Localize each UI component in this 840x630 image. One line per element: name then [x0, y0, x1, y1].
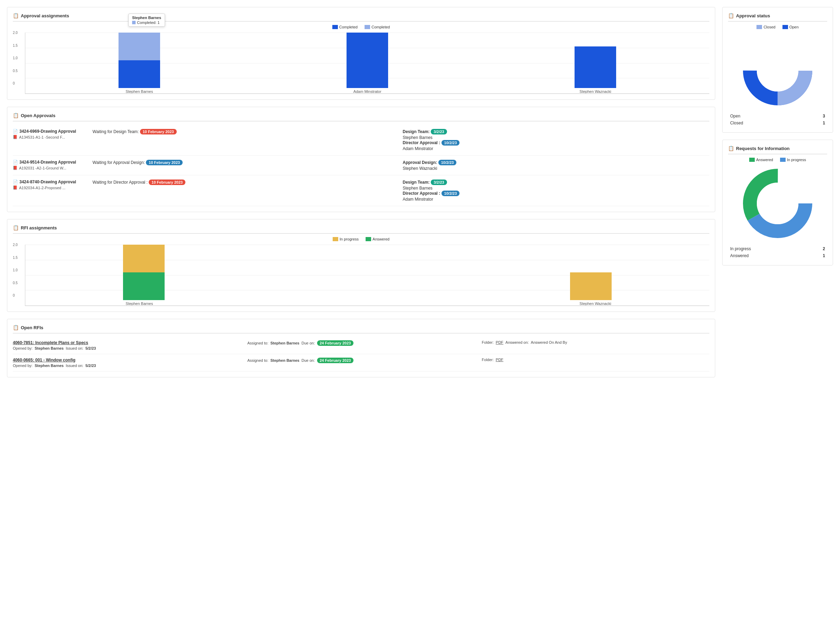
rfi-legend-inprogress: In progress	[333, 237, 358, 241]
approval-status-icon: 📋	[728, 13, 734, 18]
approval-middle-1: Waiting for Design Team: 10 February 202…	[93, 129, 399, 134]
status-legend-open: Open	[783, 25, 799, 29]
approval-title-1: 📄 3424-6969-Drawing Approval	[13, 129, 89, 134]
approval-item-1: 📄 3424-6969-Drawing Approval 📕 A134531-A…	[13, 125, 709, 156]
rfi-legend-color-inprogress	[333, 237, 338, 241]
rfi-legend-label-answered2: Answered	[756, 158, 773, 162]
rfi-status-title: Requests for Information	[736, 146, 790, 151]
approval-item-3: 📄 3424-8740-Drawing Approval 📕 A192034-A…	[13, 175, 709, 206]
rfi-status-legend: Answered In progress	[728, 158, 827, 162]
y-label-05: 0.5	[13, 69, 18, 73]
doc-icon-3: 📄	[13, 180, 18, 184]
rfi-meta-1: Opened by: Stephen Barnes Issued on: 5/2…	[13, 346, 240, 351]
rfi-title-1[interactable]: 4060-7851: Incomplete Plans or Specs	[13, 340, 240, 345]
approval-status-legend: Closed Open	[728, 25, 827, 29]
rfi-stat-row-answered: Answered 1	[729, 253, 826, 259]
approval-status-header: 📋 Approval status	[728, 13, 827, 22]
rfi-opened-by-1: Stephen Barnes	[35, 346, 64, 351]
bar-waznacki-dark	[575, 46, 616, 88]
rfi-legend-color-answered	[366, 237, 371, 241]
approval-assignments-title: Approval assignments	[21, 13, 69, 18]
y-label-20: 2.0	[13, 31, 18, 35]
rfi-status-donut	[728, 165, 827, 242]
rfi-status-legend-inprogress: In progress	[780, 158, 806, 162]
rfi-bars-area	[25, 245, 709, 300]
rfi-legend-label-inprogress2: In progress	[787, 158, 806, 162]
waiting-date-1: 10 February 2023	[140, 129, 177, 134]
rfi-folder-link-1[interactable]: PDF	[496, 340, 504, 344]
bar-adam-dark	[347, 33, 388, 88]
approval-title-2: 📄 3424-9514-Drawing Approval	[13, 160, 89, 164]
rfi-bar-stephen-answered	[123, 272, 164, 300]
approval-assignments-header: 📋 Approval assignments	[13, 13, 709, 22]
stat-label-open: Open	[729, 113, 802, 119]
rfi-assigned-2: Assigned to: Stephen Barnes Due on: 24 F…	[248, 358, 475, 363]
stat-label-closed: Closed	[729, 120, 802, 126]
waiting-date-3: 10 February 2023	[148, 180, 185, 185]
y-label-00: 0	[13, 81, 18, 85]
status-legend-closed: Closed	[756, 25, 775, 29]
approval-left-1: 📄 3424-6969-Drawing Approval 📕 A134531-A…	[13, 129, 89, 139]
rfi-legend-color-inprogress2	[780, 158, 786, 162]
rfi-status-stats: In progress 2 Answered 1	[728, 245, 827, 259]
rfi-x-label-waznacki: Stephen Waznacki	[482, 300, 709, 306]
rfi-folder-link-2[interactable]: PDF	[496, 358, 504, 362]
open-approvals-section: 📋 Open Approvals 📄 3424-6969-Drawing App…	[7, 107, 715, 212]
open-rfis-header: 📋 Open RFIs	[13, 325, 709, 333]
open-approvals-header: 📋 Open Approvals	[13, 113, 709, 121]
rfi-status-header: 📋 Requests for Information	[728, 145, 827, 154]
stat-value-open: 3	[803, 113, 827, 119]
approval-assignments-icon: 📋	[13, 13, 19, 18]
rfi-item-1: 4060-7851: Incomplete Plans or Specs Ope…	[13, 337, 709, 354]
approval-assignments-section: 📋 Approval assignments Completed Complet…	[7, 7, 715, 100]
rfi-assigned-1: Assigned to: Stephen Barnes Due on: 24 F…	[248, 340, 475, 346]
rfi-assignments-icon: 📋	[13, 225, 19, 231]
rfi-col-2-right: Folder: PDF	[482, 358, 709, 362]
rfi-title-2[interactable]: 4060-0665: 001 - Window config	[13, 358, 240, 363]
rfi-issued-1: 5/2/23	[85, 346, 96, 351]
tooltip-title: Stephen Barnes	[132, 16, 161, 20]
approval-item-2: 📄 3424-9514-Drawing Approval 📕 A192031 -…	[13, 156, 709, 175]
rfi-status-legend-answered: Answered	[749, 158, 773, 162]
rfi-row-2: 4060-0665: 001 - Window config Opened by…	[13, 358, 709, 368]
open-rfis-section: 📋 Open RFIs 4060-7851: Incomplete Plans …	[7, 319, 715, 377]
rfi-due-1: 24 February 2023	[317, 340, 354, 346]
x-labels: Stephen Barnes Adam Minstrator Stephen W…	[25, 88, 709, 93]
open-approvals-icon: 📋	[13, 113, 19, 118]
rfi-folder-1: Folder: PDF Answered on: Answered On And…	[482, 340, 709, 344]
rfi-legend-label-inprogress: In progress	[339, 237, 358, 241]
approval-left-2: 📄 3424-9514-Drawing Approval 📕 A192031 -…	[13, 160, 89, 170]
issued-on-label: Issued on:	[66, 346, 84, 351]
rfi-stat-label-answered: Answered	[729, 253, 808, 259]
legend-completed-light: Completed	[365, 25, 390, 29]
open-rfis-title: Open RFIs	[21, 325, 43, 330]
status-legend-color-open	[783, 25, 788, 29]
tooltip-item: Completed: 1	[132, 21, 161, 25]
rfi-legend-color-answered2	[749, 158, 755, 162]
approval-bars-area: Stephen Barnes Completed: 1	[25, 33, 709, 88]
approval-right-3: Design Team: 3/2/23 Stephen Barnes Direc…	[403, 180, 709, 202]
status-legend-label-open: Open	[789, 25, 799, 29]
rfi-meta-2: Opened by: Stephen Barnes Issued on: 5/2…	[13, 363, 240, 368]
legend-completed-dark: Completed	[332, 25, 358, 29]
rfi-col-1-left: 4060-7851: Incomplete Plans or Specs Ope…	[13, 340, 240, 351]
approval-file-1: 📕 A134531-A1-1 -Second F...	[13, 135, 89, 139]
right-panel: 📋 Approval status Closed Open	[722, 7, 833, 623]
rfi-bar-chart: 2.0 1.5 1.0 0.5 0	[13, 245, 709, 306]
team-row-3a: Design Team: 3/2/23	[403, 180, 709, 185]
status-legend-label-closed: Closed	[763, 25, 775, 29]
approval-file-3: 📕 A192034-A1-2-Proposed ...	[13, 185, 89, 190]
bar-stephen-dark	[118, 60, 160, 88]
rfi-legend-label-answered: Answered	[373, 237, 390, 241]
approval-status-donut	[728, 33, 827, 109]
rfi-donut-hole	[757, 183, 798, 224]
status-legend-color-closed	[756, 25, 762, 29]
stat-row-closed: Closed 1	[729, 120, 826, 126]
pdf-icon-3: 📕	[13, 185, 18, 190]
opened-by-label: Opened by:	[13, 346, 33, 351]
rfi-status-panel: 📋 Requests for Information Answered In p…	[722, 140, 833, 265]
doc-icon-1: 📄	[13, 129, 18, 134]
stat-value-closed: 1	[803, 120, 827, 126]
rfi-assignments-header: 📋 RFI assignments	[13, 225, 709, 234]
team-row-2a: Approval Design: 10/2/23	[403, 160, 709, 165]
